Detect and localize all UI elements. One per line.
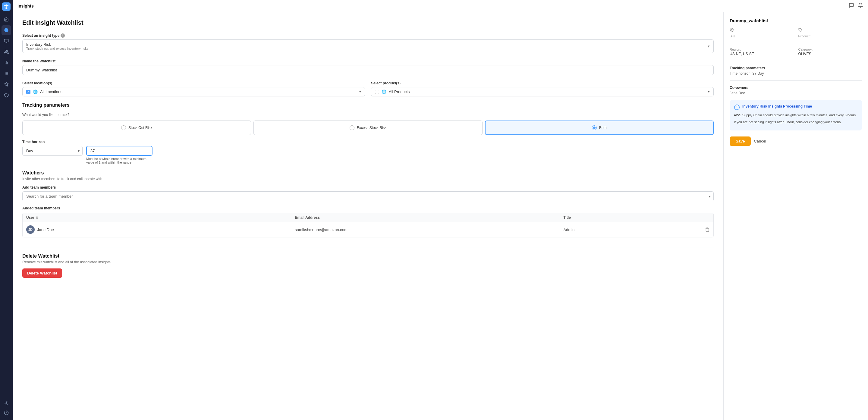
insight-type-label: Select an insight type i: [22, 33, 714, 38]
product-section: Select product(s) 🌐 All Products ▾: [371, 81, 714, 96]
site-value: -: [730, 39, 794, 43]
title-cell: Admin: [563, 227, 698, 232]
settings-icon[interactable]: [1, 398, 11, 408]
search-chevron-icon: ▾: [709, 194, 711, 199]
radio-circle-excess: [350, 125, 354, 130]
insights-icon[interactable]: [1, 25, 11, 35]
sort-icon-user[interactable]: ⇅: [36, 216, 38, 219]
radio-group: Stock Out Risk Excess Stock Risk Both: [22, 121, 714, 135]
site-label: Site:: [730, 34, 794, 38]
right-panel: Dummy_watchlist Site: - Product: -: [723, 12, 868, 420]
sidebar: [0, 0, 13, 420]
chat-icon[interactable]: [849, 3, 854, 9]
time-unit-wrapper: Day Week Month: [22, 146, 83, 156]
product-meta: Product: -: [798, 28, 862, 43]
radio-stock-out[interactable]: Stock Out Risk: [22, 121, 251, 135]
time-horizon-label: Time horizon: [22, 140, 714, 144]
col-title: Title: [563, 216, 698, 220]
location-section: Select location(s) 🌐 All Locations ▾: [22, 81, 365, 96]
meta-grid: Site: - Product: - Region: US-NE, US-SE …: [730, 28, 862, 56]
region-label: Region:: [730, 47, 794, 51]
coowner-name: Jane Doe: [730, 91, 862, 95]
svg-point-18: [731, 29, 733, 30]
location-value: All Locations: [40, 90, 357, 94]
radio-label-excess: Excess Stock Risk: [357, 126, 387, 130]
search-input[interactable]: [22, 191, 714, 201]
location-label: Select location(s): [22, 81, 365, 85]
location-checkbox[interactable]: [26, 90, 30, 94]
location-product-row: Select location(s) 🌐 All Locations ▾ Sel…: [22, 81, 714, 96]
watchers-desc: Invite other members to track and collab…: [22, 177, 714, 181]
tracking-params-display-title: Tracking parameters: [730, 66, 862, 70]
radio-both[interactable]: Both: [485, 121, 714, 135]
radio-excess-stock[interactable]: Excess Stock Risk: [253, 121, 482, 135]
list-icon[interactable]: [1, 69, 11, 78]
right-panel-watchlist-name: Dummy_watchlist: [730, 18, 862, 23]
info-box-text2: If you are not seeing insights after 6 h…: [734, 120, 858, 125]
inventory-icon[interactable]: [1, 36, 11, 46]
time-horizon-section: Time horizon Day Week Month Must be a wh…: [22, 140, 714, 164]
svg-rect-1: [4, 39, 8, 42]
info-box-icon: [734, 104, 740, 110]
tracking-params-display-value: Time horizon: 37 Day: [730, 71, 862, 76]
add-members-label: Add team members: [22, 185, 714, 190]
avatar: JD: [26, 225, 35, 234]
page-header-title: Insights: [18, 4, 34, 8]
product-value: All Products: [389, 90, 706, 94]
svg-point-16: [6, 402, 7, 404]
time-value-input[interactable]: [86, 146, 153, 156]
people-icon[interactable]: [1, 47, 11, 57]
globe-icon: 🌐: [33, 90, 38, 94]
col-user: User ⇅: [26, 216, 295, 220]
location-select[interactable]: 🌐 All Locations ▾: [22, 87, 365, 96]
settings2-icon[interactable]: [1, 79, 11, 89]
diamond-icon[interactable]: [1, 90, 11, 100]
delete-watchlist-button[interactable]: Delete Watchlist: [22, 268, 62, 278]
svg-point-0: [4, 28, 8, 32]
radio-label-both: Both: [599, 126, 607, 130]
user-name: Jane Doe: [37, 227, 54, 232]
delete-member-button[interactable]: [698, 227, 710, 232]
info-icon[interactable]: i: [61, 33, 65, 38]
page-title: Edit Insight Watchlist: [22, 19, 714, 26]
insight-type-section: Select an insight type i Inventory Risk …: [22, 33, 714, 53]
product-meta-label: Product:: [798, 34, 862, 38]
table-section: Added team members User ⇅ Email Address: [22, 206, 714, 237]
coowners-section: Co-owners Jane Doe: [730, 86, 862, 95]
email-cell: samikshd+jane@amazon.com: [295, 227, 563, 232]
chart-icon[interactable]: [1, 58, 11, 67]
coowners-title: Co-owners: [730, 86, 862, 90]
tracking-section: Tracking parameters What would you like …: [22, 102, 714, 164]
site-meta: Site: -: [730, 28, 794, 43]
product-chevron: ▾: [708, 90, 710, 94]
home-icon[interactable]: [1, 14, 11, 24]
content-area: Edit Insight Watchlist Select an insight…: [13, 12, 868, 420]
cancel-button[interactable]: Cancel: [754, 139, 766, 143]
product-checkbox[interactable]: [375, 90, 379, 94]
delete-desc: Remove this watchlist and all of the ass…: [22, 260, 714, 264]
watchers-title: Watchers: [22, 170, 714, 176]
added-members-label: Added team members: [22, 206, 714, 210]
track-question: What would you like to track?: [22, 113, 714, 117]
panel-actions: Save Cancel: [730, 136, 862, 146]
region-value: US-NE, US-SE: [730, 52, 794, 56]
divider-1: [730, 61, 862, 61]
category-value: OLIVES: [798, 52, 862, 56]
product-icon: [798, 28, 862, 33]
topbar: Insights: [13, 0, 868, 12]
clock-icon[interactable]: [1, 408, 11, 418]
watchlist-name-input[interactable]: [22, 65, 714, 75]
product-select[interactable]: 🌐 All Products ▾: [371, 87, 714, 96]
save-button[interactable]: Save: [730, 136, 751, 146]
insight-type-select[interactable]: Inventory Risk Track stock out and exces…: [22, 39, 714, 53]
time-unit-select[interactable]: Day Week Month: [22, 146, 83, 156]
bell-icon[interactable]: [858, 3, 863, 9]
region-meta: Region: US-NE, US-SE: [730, 47, 794, 56]
table-header: User ⇅ Email Address Title: [23, 213, 713, 222]
category-label: Category:: [798, 47, 862, 51]
watchlist-name-label: Name the Watchlist: [22, 59, 714, 63]
svg-point-4: [5, 50, 6, 52]
product-meta-value: -: [798, 39, 862, 43]
user-cell: JD Jane Doe: [26, 225, 295, 234]
app-logo: [2, 2, 10, 11]
